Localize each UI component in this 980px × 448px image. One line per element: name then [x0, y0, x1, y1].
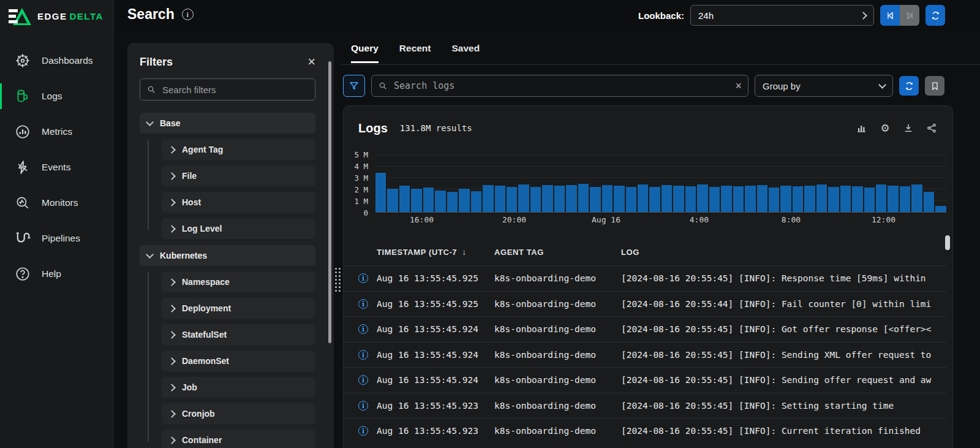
histogram-bar[interactable] [911, 184, 922, 212]
histogram-bar[interactable] [864, 188, 875, 212]
info-icon[interactable]: i [358, 375, 368, 385]
tab-saved[interactable]: Saved [452, 43, 480, 63]
column-agent-tag[interactable]: AGENT TAG [494, 248, 621, 257]
tab-recent[interactable]: Recent [399, 43, 431, 63]
histogram-bar[interactable] [876, 184, 886, 212]
info-icon[interactable]: i [358, 324, 368, 334]
histogram-bar[interactable] [733, 186, 744, 212]
histogram-bar[interactable] [578, 184, 589, 212]
sort-desc-icon[interactable]: ↓ [462, 247, 467, 257]
table-row[interactable]: iAug 16 13:55:45.924k8s-onboarding-demo[… [344, 342, 946, 368]
filter-item-host[interactable]: Host [162, 192, 315, 213]
histogram-bar[interactable] [614, 186, 624, 212]
info-icon[interactable]: i [358, 273, 368, 283]
histogram-bar[interactable] [459, 189, 469, 212]
histogram-bar[interactable] [673, 186, 684, 212]
table-row[interactable]: iAug 16 13:55:45.924k8s-onboarding-demo[… [344, 367, 946, 393]
group-by-select[interactable]: Group by [755, 75, 893, 97]
histogram-bar[interactable] [662, 185, 672, 212]
histogram-bar[interactable] [375, 173, 386, 212]
sidebar-item-metrics[interactable]: Metrics [0, 114, 113, 150]
filter-group-kubernetes[interactable]: Kubernetes [140, 245, 315, 266]
histogram-bar[interactable] [924, 192, 934, 212]
histogram-bar[interactable] [411, 189, 421, 212]
filter-item-daemonset[interactable]: DaemonSet [162, 351, 315, 371]
filters-search-input[interactable] [161, 84, 309, 96]
refresh-button[interactable] [925, 5, 945, 26]
log-search-input[interactable] [393, 80, 730, 92]
table-row[interactable]: iAug 16 13:55:45.925k8s-onboarding-demo[… [344, 291, 946, 317]
column-log[interactable]: LOG [621, 248, 946, 257]
tab-query[interactable]: Query [351, 43, 379, 63]
info-icon[interactable]: i [182, 9, 194, 20]
histogram-bar[interactable] [828, 187, 839, 212]
filter-item-agent-tag[interactable]: Agent Tag [162, 139, 315, 160]
histogram-bar[interactable] [554, 186, 565, 212]
sidebar-item-help[interactable]: Help [0, 256, 113, 292]
histogram-bar[interactable] [495, 186, 505, 212]
histogram-bar[interactable] [435, 191, 445, 212]
histogram-bar[interactable] [780, 186, 791, 212]
chart-toggle-button[interactable] [856, 122, 868, 134]
info-icon[interactable]: i [358, 299, 368, 309]
sidebar-item-logs[interactable]: Logs [0, 78, 113, 114]
histogram-bar[interactable] [709, 187, 720, 212]
histogram-bar[interactable] [590, 187, 600, 212]
histogram-bar[interactable] [888, 186, 898, 212]
info-icon[interactable]: i [358, 426, 368, 436]
histogram-bar[interactable] [518, 184, 529, 212]
histogram-bar[interactable] [793, 186, 803, 212]
histogram-bar[interactable] [447, 192, 458, 212]
filter-item-namespace[interactable]: Namespace [162, 271, 315, 292]
close-icon[interactable]: × [307, 55, 315, 69]
save-query-button[interactable] [925, 76, 944, 96]
histogram-bar[interactable] [471, 191, 481, 212]
histogram-bar[interactable] [900, 186, 910, 212]
sidebar-item-monitors[interactable]: Monitors [0, 185, 113, 221]
filter-item-container[interactable]: Container [162, 430, 315, 448]
filter-item-deployment[interactable]: Deployment [162, 298, 315, 319]
histogram-bar[interactable] [840, 186, 851, 212]
skip-forward-button[interactable] [900, 5, 919, 26]
histogram-bar[interactable] [935, 206, 946, 212]
clear-search-icon[interactable]: × [735, 80, 742, 91]
filter-item-cronjob[interactable]: Cronjob [162, 403, 315, 424]
histogram-bar[interactable] [399, 186, 410, 212]
histogram-bar[interactable] [566, 185, 576, 212]
histogram-bar[interactable] [852, 186, 862, 212]
download-button[interactable] [902, 122, 914, 134]
histogram-bar[interactable] [387, 189, 398, 212]
filter-group-base[interactable]: Base [140, 113, 315, 134]
table-row[interactable]: iAug 16 13:55:45.924k8s-onboarding-demo[… [344, 316, 946, 342]
histogram-bar[interactable] [685, 186, 696, 212]
histogram-bar[interactable] [721, 186, 731, 212]
histogram-bar[interactable] [602, 185, 612, 212]
histogram-bar[interactable] [745, 186, 755, 212]
filter-item-statefulset[interactable]: StatefulSet [162, 324, 315, 345]
skip-back-button[interactable] [880, 5, 900, 26]
table-scrollbar[interactable] [945, 235, 950, 250]
histogram-bar[interactable] [816, 184, 827, 212]
table-row[interactable]: iAug 16 13:55:45.925k8s-onboarding-demo[… [344, 265, 946, 291]
settings-button[interactable]: ⚙ [879, 122, 891, 134]
histogram-bar[interactable] [649, 187, 660, 212]
share-button[interactable] [925, 122, 938, 134]
histogram-bar[interactable] [757, 185, 767, 212]
edge-delta-logo[interactable]: EDGEDELTA [0, 0, 113, 26]
sidebar-item-dashboards[interactable]: Dashboards [0, 43, 113, 78]
info-icon[interactable]: i [358, 401, 368, 411]
histogram-bar[interactable] [530, 187, 541, 212]
sidebar-item-pipelines[interactable]: Pipelines [0, 221, 113, 256]
info-icon[interactable]: i [358, 350, 368, 360]
lookback-select[interactable]: 24h [690, 5, 874, 26]
filter-item-log-level[interactable]: Log Level [162, 218, 315, 239]
panel-resize-handle[interactable] [335, 268, 341, 292]
table-row[interactable]: iAug 16 13:55:45.923k8s-onboarding-demo[… [344, 393, 946, 419]
histogram-bar[interactable] [804, 186, 815, 212]
filters-search-box[interactable] [140, 78, 315, 101]
filter-item-job[interactable]: Job [162, 377, 315, 398]
refresh-results-button[interactable] [899, 76, 919, 96]
sidebar-item-events[interactable]: Events [0, 150, 113, 185]
histogram-bar[interactable] [697, 184, 707, 212]
log-search-box[interactable]: × [371, 75, 748, 97]
